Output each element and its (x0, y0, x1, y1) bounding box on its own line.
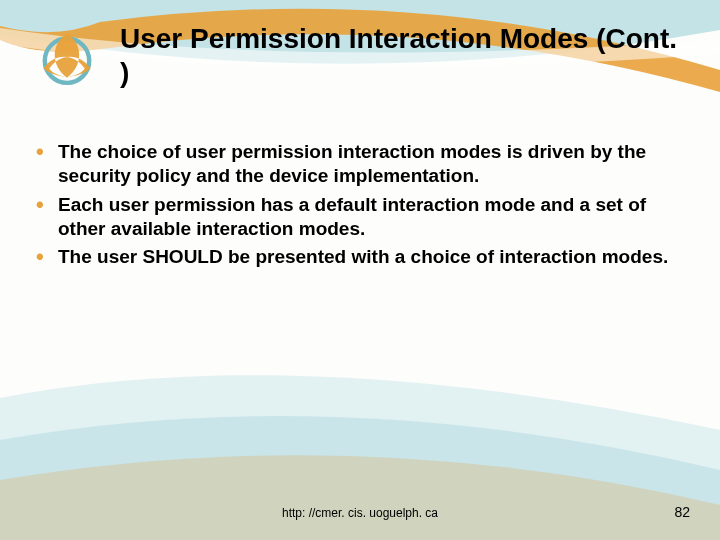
list-item: The user SHOULD be presented with a choi… (30, 245, 670, 269)
slide-title: User Permission Interaction Modes (Cont.… (120, 22, 680, 89)
list-item: The choice of user permission interactio… (30, 140, 670, 189)
slide-logo-icon (30, 20, 104, 94)
list-item: Each user permission has a default inter… (30, 193, 670, 242)
page-number: 82 (674, 504, 690, 520)
slide-body: The choice of user permission interactio… (30, 140, 670, 274)
slide: User Permission Interaction Modes (Cont.… (0, 0, 720, 540)
bullet-list: The choice of user permission interactio… (30, 140, 670, 270)
footer-url: http: //cmer. cis. uoguelph. ca (0, 506, 720, 520)
